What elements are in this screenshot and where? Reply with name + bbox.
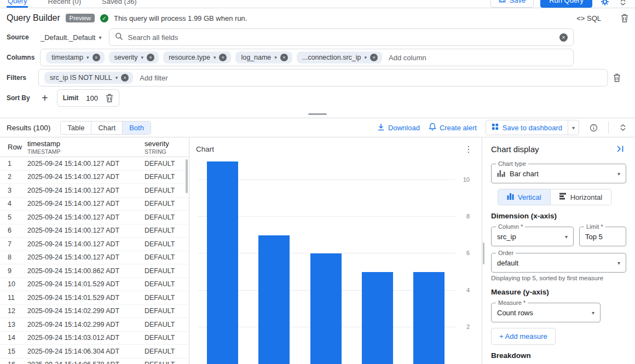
filters-box: src_ip IS NOT NULL▾× Add filter [38, 69, 608, 86]
download-button[interactable]: Download [377, 123, 420, 132]
source-row: Source _Default._Default ▾ × [7, 28, 628, 46]
view-both-button[interactable]: Both [122, 122, 151, 134]
chart-bar[interactable] [413, 272, 444, 364]
table-row[interactable]: 142025-09-24 15:14:03.012 ADTDEFAULT [0, 332, 189, 345]
expand-collapse-icon[interactable] [617, 0, 628, 8]
table-cell: 2025-09-24 15:14:00.127 ADT [27, 253, 145, 261]
add-measure-button[interactable]: + Add measure [491, 328, 556, 345]
add-filter[interactable]: Add filter [140, 74, 168, 82]
chevron-down-icon: ▾ [572, 125, 575, 131]
table-row[interactable]: 102025-09-24 15:14:01.529 ADTDEFAULT [0, 278, 189, 292]
remove-chip-icon[interactable]: × [93, 54, 100, 61]
dimension-column-select[interactable]: Column * src_ip ▾ [491, 227, 574, 246]
column-chip[interactable]: ...connection.src_ip▾× [297, 51, 382, 63]
drag-handle[interactable] [308, 113, 327, 115]
chip-label: src_ip IS NOT NULL [50, 74, 112, 82]
table-row[interactable]: 82025-09-24 15:14:00.127 ADTDEFAULT [0, 251, 189, 265]
table-row[interactable]: 152025-09-24 15:14:06.304 ADTDEFAULT [0, 345, 189, 359]
table-row[interactable]: 32025-09-24 15:14:00.127 ADTDEFAULT [0, 184, 189, 198]
table-cell: 2025-09-24 15:14:02.299 ADT [27, 321, 145, 328]
table-row[interactable]: 72025-09-24 15:14:00.127 ADTDEFAULT [0, 238, 189, 251]
collapse-panel-icon[interactable] [614, 143, 626, 154]
table-cell: 9 [0, 267, 27, 275]
vertical-button[interactable]: Vertical [498, 189, 550, 205]
table-row[interactable]: 132025-09-24 15:14:02.299 ADTDEFAULT [0, 318, 189, 332]
info-icon[interactable] [588, 122, 599, 134]
measure-select[interactable]: Measure * Count rows ▾ [491, 303, 601, 322]
chart-bar[interactable] [362, 272, 393, 364]
sql-toggle[interactable]: <> SQL [576, 14, 601, 22]
chart-bar[interactable] [258, 235, 290, 364]
column-chip[interactable]: timestamp▾× [46, 51, 104, 63]
view-table-button[interactable]: Table [61, 122, 91, 134]
col-header-timestamp[interactable]: timestamp TIMESTAMP [27, 140, 145, 155]
save-to-dashboard-menu[interactable]: ▾ [568, 120, 579, 135]
table-row[interactable]: 162025-09-24 15:14:06.578 ADTDEFAULT [0, 359, 189, 364]
dimension-limit-input[interactable]: Limit * Top 5 [579, 227, 626, 246]
chart-bar[interactable] [310, 253, 342, 364]
kebab-menu-icon[interactable]: ⋮ [462, 144, 475, 154]
tab-recent[interactable]: Recent (0) [47, 0, 82, 8]
save-to-dashboard-button[interactable]: Save to dashboard ▾ [486, 120, 579, 135]
column-chip[interactable]: resource.type▾× [163, 51, 231, 63]
table-row[interactable]: 112025-09-24 15:14:01.529 ADTDEFAULT [0, 291, 189, 305]
source-dropdown[interactable]: _Default._Default ▾ [38, 31, 103, 44]
search-all-fields-input[interactable] [128, 33, 555, 42]
view-chart-button[interactable]: Chart [91, 122, 122, 134]
chart-type-select[interactable]: Chart type Bar chart ▾ [491, 164, 626, 183]
col-header-severity[interactable]: severity STRING [145, 140, 189, 155]
chevron-down-icon[interactable]: ▾ [116, 75, 118, 80]
column-chip[interactable]: severity▾× [109, 51, 159, 63]
remove-chip-icon[interactable]: × [147, 54, 154, 61]
limit-value[interactable]: 100 [86, 94, 98, 102]
chevron-down-icon: ▾ [617, 260, 620, 266]
table-cell: 2025-09-24 15:14:03.012 ADT [27, 334, 145, 342]
table-row[interactable]: 12025-09-24 15:14:00.127 ADTDEFAULT [0, 157, 189, 171]
tab-saved[interactable]: Saved (36) [101, 0, 138, 8]
panel-scrollbar[interactable] [483, 242, 484, 264]
horizontal-button[interactable]: Horizontal [550, 189, 611, 205]
table-cell: DEFAULT [145, 213, 189, 221]
column-chip[interactable]: log_name▾× [235, 51, 292, 63]
results-table-panel: Row timestamp TIMESTAMP severity STRING … [0, 137, 189, 364]
remove-chip-icon[interactable]: × [121, 74, 129, 82]
chevron-down-icon[interactable]: ▾ [213, 55, 216, 60]
chip-label: timestamp [51, 54, 83, 61]
chevron-down-icon[interactable]: ▾ [274, 55, 277, 60]
chevron-down-icon[interactable]: ▾ [86, 55, 89, 60]
table-scrollbar[interactable] [186, 159, 188, 193]
table-row[interactable]: 22025-09-24 15:14:00.127 ADTDEFAULT [0, 171, 189, 184]
chevron-down-icon[interactable]: ▾ [365, 55, 367, 60]
create-alert-button[interactable]: Create alert [429, 123, 477, 132]
expand-results-icon[interactable] [617, 122, 628, 133]
chevron-down-icon[interactable]: ▾ [141, 55, 144, 60]
remove-chip-icon[interactable]: × [219, 54, 227, 61]
col-header-row[interactable]: Row [0, 143, 27, 151]
table-row[interactable]: 42025-09-24 15:14:00.127 ADTDEFAULT [0, 198, 189, 211]
delete-filters-icon[interactable] [613, 73, 621, 82]
table-row[interactable]: 122025-09-24 15:14:02.299 ADTDEFAULT [0, 305, 189, 319]
settings-gear-icon[interactable] [599, 0, 611, 8]
remove-chip-icon[interactable]: × [280, 54, 288, 61]
tab-query[interactable]: Query [7, 0, 28, 8]
table-cell: 2025-09-24 15:14:00.127 ADT [27, 160, 145, 167]
add-column[interactable]: Add column [389, 54, 426, 62]
add-sort-button[interactable]: + [38, 92, 51, 105]
delete-limit-icon[interactable] [106, 94, 113, 102]
table-row[interactable]: 52025-09-24 15:14:00.127 ADTDEFAULT [0, 211, 189, 224]
clear-search-icon[interactable]: × [559, 33, 568, 42]
table-cell: 10 [0, 280, 27, 288]
save-button[interactable]: Save [490, 0, 534, 8]
table-cell: 12 [0, 307, 27, 315]
delete-query-icon[interactable] [621, 14, 628, 22]
order-select[interactable]: Order default ▾ [491, 253, 626, 273]
run-query-button[interactable]: Run Query [540, 0, 592, 8]
table-cell: 7 [0, 240, 27, 248]
table-row[interactable]: 92025-09-24 15:14:00.862 ADTDEFAULT [0, 264, 189, 278]
table-row[interactable]: 62025-09-24 15:14:00.127 ADTDEFAULT [0, 224, 189, 238]
remove-chip-icon[interactable]: × [370, 54, 378, 61]
chart-bar[interactable] [207, 161, 238, 364]
filter-chip[interactable]: src_ip IS NOT NULL▾× [44, 72, 133, 84]
orientation-toggle: Vertical Horizontal [498, 189, 611, 205]
dashboard-icon [492, 123, 499, 132]
